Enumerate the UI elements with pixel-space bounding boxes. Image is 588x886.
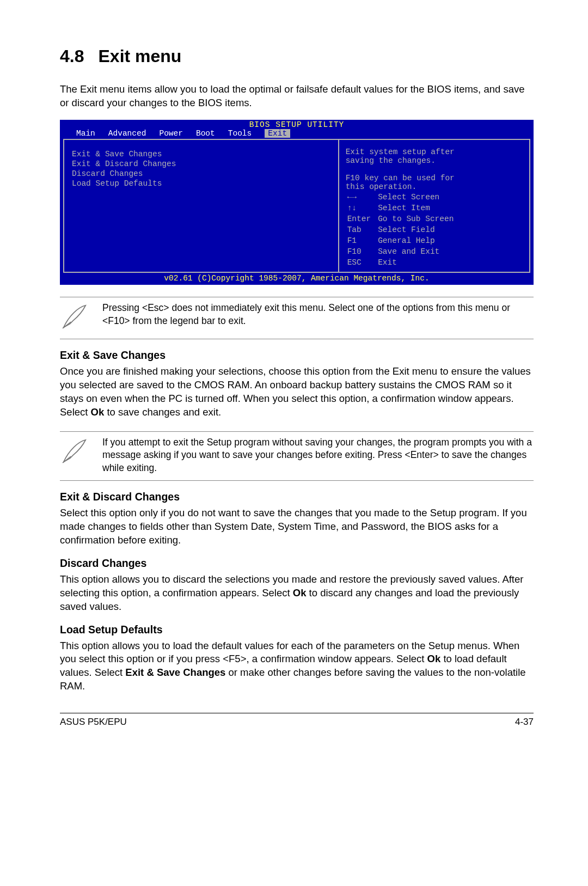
body-paragraph: This option allows you to load the defau… (60, 639, 534, 694)
note-block: Pressing <Esc> does not immediately exit… (60, 297, 534, 339)
bios-menu-item: Load Setup Defaults (72, 179, 330, 188)
footer-left: ASUS P5K/EPU (60, 717, 127, 728)
bios-tab-tools: Tools (222, 129, 259, 138)
section-title: Exit menu (98, 46, 181, 66)
section-heading: 4.8Exit menu (60, 46, 534, 66)
bios-title: BIOS SETUP UTILITY (60, 120, 534, 129)
bios-copyright: v02.61 (C)Copyright 1985-2007, American … (60, 273, 534, 285)
note-text: If you attempt to exit the Setup program… (102, 436, 534, 475)
sub-heading: Exit & Discard Changes (60, 491, 534, 503)
bios-menu-list: Exit & Save Changes Exit & Discard Chang… (64, 140, 339, 272)
bios-tab-power: Power (152, 129, 189, 138)
note-text: Pressing <Esc> does not immediately exit… (102, 302, 534, 327)
bios-help-text: Exit system setup after saving the chang… (346, 148, 524, 191)
bios-screenshot: BIOS SETUP UTILITY Main Advanced Power B… (60, 120, 534, 285)
footer-right: 4-37 (515, 717, 534, 728)
sub-heading: Exit & Save Changes (60, 349, 534, 362)
intro-paragraph: The Exit menu items allow you to load th… (60, 83, 534, 110)
bios-menu-item: Discard Changes (72, 169, 330, 178)
bios-tab-main: Main (70, 129, 102, 138)
bios-tab-advanced: Advanced (102, 129, 153, 138)
section-number: 4.8 (60, 46, 84, 66)
body-paragraph: Once you are finished making your select… (60, 365, 534, 419)
bios-tab-boot: Boot (189, 129, 222, 138)
bios-menu-item: Exit & Save Changes (72, 150, 330, 158)
sub-heading: Discard Changes (60, 557, 534, 570)
bios-tab-exit: Exit (258, 129, 297, 138)
bios-tab-row: Main Advanced Power Boot Tools Exit (60, 129, 534, 139)
quill-icon (60, 302, 91, 333)
page-footer: ASUS P5K/EPU 4-37 (60, 713, 534, 728)
bios-menu-item: Exit & Discard Changes (72, 160, 330, 168)
sub-heading: Load Setup Defaults (60, 624, 534, 636)
body-paragraph: This option allows you to discard the se… (60, 573, 534, 614)
body-paragraph: Select this option only if you do not wa… (60, 506, 534, 547)
bios-legend: ←→Select Screen ↑↓Select Item EnterGo to… (346, 191, 524, 268)
quill-icon (60, 436, 91, 468)
note-block: If you attempt to exit the Setup program… (60, 431, 534, 481)
